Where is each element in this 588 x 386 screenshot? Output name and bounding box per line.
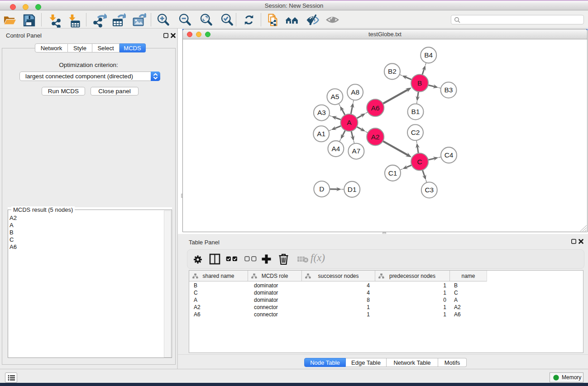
svg-text:A6: A6	[371, 104, 380, 112]
svg-text:A3: A3	[317, 109, 326, 116]
svg-text:C4: C4	[445, 151, 454, 159]
svg-text:C3: C3	[425, 186, 434, 194]
svg-text:B2: B2	[388, 67, 397, 75]
svg-text:B3: B3	[445, 86, 453, 94]
svg-text:A8: A8	[351, 88, 359, 96]
svg-text:C2: C2	[411, 129, 420, 136]
svg-text:A7: A7	[352, 147, 360, 155]
svg-text:C: C	[417, 158, 422, 166]
svg-text:A: A	[347, 119, 352, 126]
svg-text:B1: B1	[411, 108, 420, 115]
svg-text:D: D	[319, 185, 324, 193]
svg-text:C1: C1	[388, 169, 397, 177]
svg-text:A5: A5	[330, 93, 339, 100]
svg-text:D1: D1	[348, 186, 357, 193]
svg-text:B4: B4	[424, 51, 433, 59]
svg-text:B: B	[417, 79, 422, 87]
svg-text:A4: A4	[331, 145, 340, 152]
svg-text:A1: A1	[317, 130, 325, 138]
svg-text:A2: A2	[371, 133, 380, 141]
